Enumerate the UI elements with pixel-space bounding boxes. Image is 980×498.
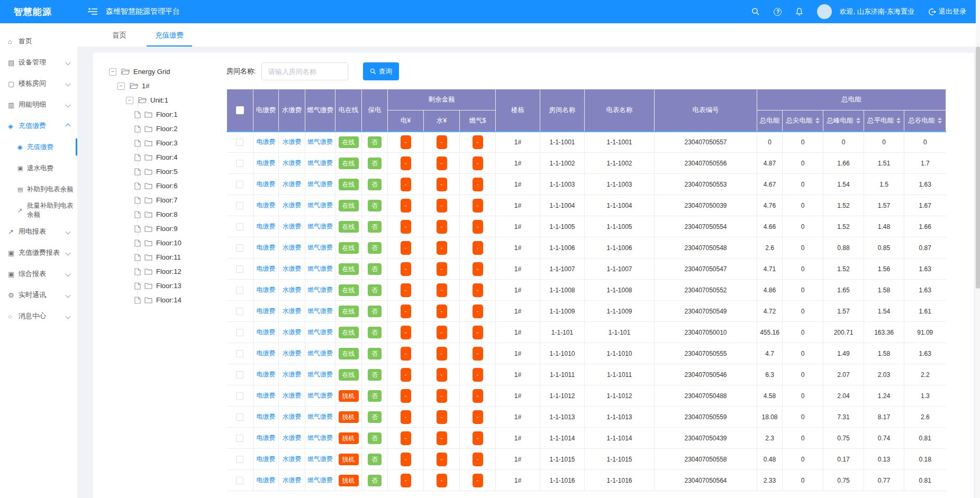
tree-node[interactable]: −Unit:1 — [109, 93, 226, 107]
electric-pay-link[interactable]: 电缴费 — [257, 349, 276, 357]
sidebar-item[interactable]: ▥用能明细 — [0, 94, 77, 115]
water-balance-badge[interactable]: - — [437, 474, 447, 487]
electric-balance-badge[interactable]: - — [401, 347, 411, 361]
tree-node[interactable]: Floor:8 — [109, 207, 226, 222]
water-pay-link[interactable]: 水缴费 — [283, 307, 302, 315]
row-checkbox[interactable] — [236, 329, 243, 336]
electric-pay-link[interactable]: 电缴费 — [257, 244, 276, 251]
electric-pay-link[interactable]: 电缴费 — [257, 455, 276, 463]
electric-balance-badge[interactable]: - — [401, 135, 411, 149]
tree-node[interactable]: Floor:11 — [109, 250, 226, 264]
water-balance-badge[interactable]: - — [437, 431, 447, 445]
tree-collapse-icon[interactable]: − — [109, 68, 116, 76]
sidebar-item[interactable]: ◈充值缴费 — [0, 115, 77, 136]
electric-pay-link[interactable]: 电缴费 — [257, 307, 276, 315]
electric-pay-link[interactable]: 电缴费 — [257, 413, 276, 420]
gas-balance-badge[interactable]: - — [473, 199, 483, 213]
gas-balance-badge[interactable]: - — [473, 178, 483, 191]
tree-node[interactable]: Floor:13 — [109, 279, 226, 293]
row-checkbox[interactable] — [236, 160, 243, 167]
water-balance-badge[interactable]: - — [437, 135, 447, 149]
row-checkbox[interactable] — [236, 392, 243, 400]
row-checkbox[interactable] — [236, 371, 243, 379]
electric-pay-link[interactable]: 电缴费 — [257, 180, 276, 188]
tree-node[interactable]: Floor:2 — [109, 122, 226, 136]
water-balance-badge[interactable]: - — [437, 389, 447, 403]
gas-pay-link[interactable]: 燃气缴费 — [307, 138, 333, 145]
sidebar-subitem[interactable]: ↗批量补助到电表余额 — [0, 200, 77, 221]
water-pay-link[interactable]: 水缴费 — [283, 413, 302, 420]
col-energy-flat[interactable]: 总平电能 — [864, 110, 904, 132]
notification-bell-icon[interactable] — [795, 7, 803, 16]
electric-pay-link[interactable]: 电缴费 — [257, 434, 276, 441]
gas-pay-link[interactable]: 燃气缴费 — [307, 159, 333, 167]
electric-pay-link[interactable]: 电缴费 — [257, 286, 276, 293]
electric-balance-badge[interactable]: - — [401, 262, 411, 276]
gas-pay-link[interactable]: 燃气缴费 — [307, 244, 333, 251]
query-button[interactable]: 查询 — [363, 62, 399, 80]
electric-pay-link[interactable]: 电缴费 — [257, 138, 276, 145]
gas-balance-badge[interactable]: - — [473, 368, 483, 382]
electric-balance-badge[interactable]: - — [401, 178, 411, 191]
electric-balance-badge[interactable]: - — [401, 453, 411, 466]
gas-pay-link[interactable]: 燃气缴费 — [307, 455, 333, 463]
gas-pay-link[interactable]: 燃气缴费 — [307, 392, 333, 399]
gas-balance-badge[interactable]: - — [473, 262, 483, 276]
tree-collapse-icon[interactable]: − — [126, 97, 133, 104]
search-icon[interactable] — [751, 7, 760, 16]
tree-node[interactable]: Floor:10 — [109, 236, 226, 250]
row-checkbox[interactable] — [236, 350, 243, 357]
room-name-input[interactable] — [261, 62, 348, 80]
tab-home[interactable]: 首页 — [110, 31, 129, 47]
electric-balance-badge[interactable]: - — [401, 241, 411, 255]
gas-balance-badge[interactable]: - — [473, 305, 483, 318]
water-balance-badge[interactable]: - — [437, 305, 447, 318]
water-pay-link[interactable]: 水缴费 — [283, 328, 302, 336]
gas-balance-badge[interactable]: - — [473, 241, 483, 255]
sidebar-subitem[interactable]: ◉充值缴费 — [0, 136, 77, 158]
gas-pay-link[interactable]: 燃气缴费 — [307, 307, 333, 315]
gas-pay-link[interactable]: 燃气缴费 — [307, 223, 333, 230]
water-pay-link[interactable]: 水缴费 — [283, 201, 302, 209]
row-checkbox[interactable] — [236, 223, 243, 230]
water-balance-badge[interactable]: - — [437, 220, 447, 234]
sidebar-item[interactable]: ⌂首页 — [0, 31, 77, 52]
gas-pay-link[interactable]: 燃气缴费 — [307, 265, 333, 272]
tree-node[interactable]: Floor:9 — [109, 222, 226, 236]
water-balance-badge[interactable]: - — [437, 199, 447, 213]
electric-balance-badge[interactable]: - — [401, 220, 411, 234]
sort-icon[interactable] — [815, 117, 820, 124]
water-balance-badge[interactable]: - — [437, 283, 447, 297]
electric-balance-badge[interactable]: - — [401, 199, 411, 213]
row-checkbox[interactable] — [236, 477, 243, 484]
gas-pay-link[interactable]: 燃气缴费 — [307, 413, 333, 420]
electric-pay-link[interactable]: 电缴费 — [257, 328, 276, 336]
gas-pay-link[interactable]: 燃气缴费 — [307, 476, 333, 484]
gas-balance-badge[interactable]: - — [473, 135, 483, 149]
sort-icon[interactable] — [856, 117, 860, 124]
sidebar-subitem[interactable]: ▣退水电费 — [0, 158, 77, 179]
water-pay-link[interactable]: 水缴费 — [283, 455, 302, 463]
water-balance-badge[interactable]: - — [437, 410, 447, 424]
tree-node[interactable]: Floor:3 — [109, 136, 226, 150]
gas-balance-badge[interactable]: - — [473, 283, 483, 297]
electric-pay-link[interactable]: 电缴费 — [257, 159, 276, 167]
tree-node[interactable]: Floor:14 — [109, 293, 226, 307]
tab-recharge[interactable]: 充值缴费 — [153, 31, 186, 47]
tree-node[interactable]: −Energy Grid — [109, 64, 226, 79]
water-pay-link[interactable]: 水缴费 — [283, 286, 302, 293]
electric-pay-link[interactable]: 电缴费 — [257, 201, 276, 209]
gas-pay-link[interactable]: 燃气缴费 — [307, 201, 333, 209]
sidebar-item[interactable]: ▣综合报表 — [0, 263, 77, 284]
water-pay-link[interactable]: 水缴费 — [283, 244, 302, 251]
gas-pay-link[interactable]: 燃气缴费 — [307, 328, 333, 336]
water-balance-badge[interactable]: - — [437, 453, 447, 466]
col-energy-peak[interactable]: 总峰电能 — [823, 110, 864, 132]
gas-balance-badge[interactable]: - — [473, 474, 483, 487]
water-balance-badge[interactable]: - — [437, 156, 447, 170]
sidebar-collapse-icon[interactable] — [88, 8, 97, 15]
row-checkbox[interactable] — [236, 308, 243, 315]
sidebar-item[interactable]: ↗用电报表 — [0, 221, 77, 242]
water-balance-badge[interactable]: - — [437, 368, 447, 382]
water-balance-badge[interactable]: - — [437, 326, 447, 339]
